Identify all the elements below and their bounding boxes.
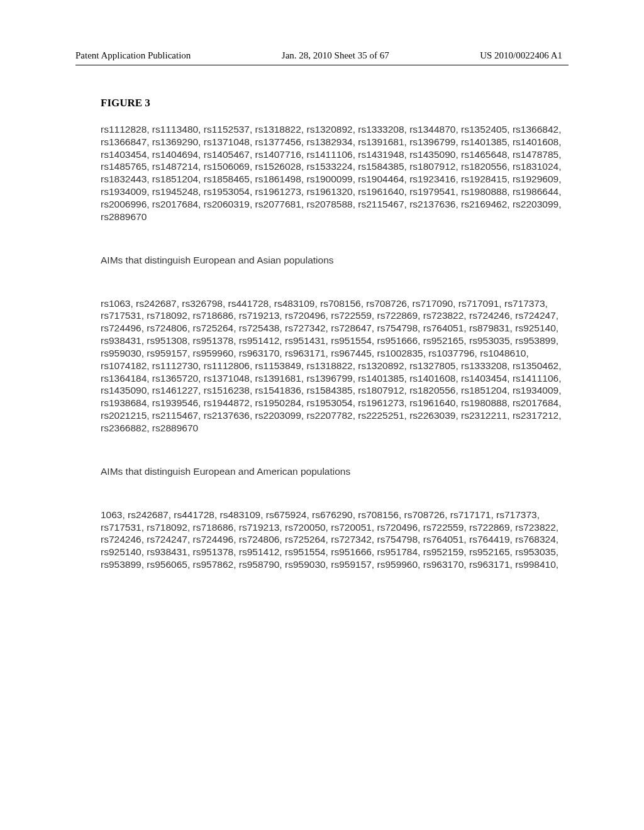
page-content: FIGURE 3 rs1112828, rs1113480, rs1152537… (38, 97, 606, 571)
snp-list-block-2: rs1063, rs242687, rs326798, rs441728, rs… (101, 297, 562, 434)
page-header: Patent Application Publication Jan. 28, … (38, 50, 606, 61)
figure-label: FIGURE 3 (101, 97, 562, 109)
header-divider (75, 65, 569, 65)
snp-list-block-1: rs1112828, rs1113480, rs1152537, rs13188… (101, 123, 562, 223)
patent-page: Patent Application Publication Jan. 28, … (0, 0, 644, 830)
section-title-european-asian: AIMs that distinguish European and Asian… (101, 255, 562, 266)
section-title-european-american: AIMs that distinguish European and Ameri… (101, 466, 562, 477)
header-publication-type: Patent Application Publication (75, 50, 191, 61)
snp-list-block-3: 1063, rs242687, rs441728, rs483109, rs67… (101, 509, 562, 571)
header-publication-number: US 2010/0022406 A1 (480, 50, 562, 61)
header-date-sheet: Jan. 28, 2010 Sheet 35 of 67 (282, 50, 389, 61)
